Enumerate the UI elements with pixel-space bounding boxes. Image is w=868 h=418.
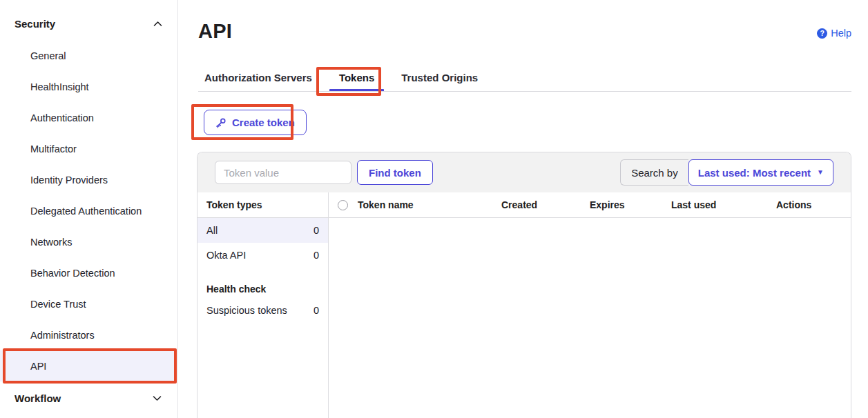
sidebar-item-api[interactable]: API xyxy=(0,350,177,381)
sidebar-item-networks[interactable]: Networks xyxy=(0,226,177,257)
help-icon: ? xyxy=(817,28,827,39)
tab-bar: Authorization Servers Tokens Trusted Ori… xyxy=(195,69,488,92)
help-link[interactable]: ? Help xyxy=(817,28,851,39)
token-type-all[interactable]: All 0 xyxy=(197,218,328,243)
token-types-title: Token types xyxy=(197,192,328,218)
select-all-radio[interactable] xyxy=(338,200,348,210)
sidebar-item-list: General HealthInsight Authentication Mul… xyxy=(0,40,177,381)
tokens-table-header: Token name Created Expires Last used Act… xyxy=(329,192,851,218)
create-token-button[interactable]: Create token xyxy=(204,110,307,135)
help-link-label: Help xyxy=(831,28,851,39)
column-created: Created xyxy=(501,199,590,210)
sidebar-section-security[interactable]: Security xyxy=(0,14,177,33)
find-token-button[interactable]: Find token xyxy=(357,160,433,185)
sidebar-item-identity-providers[interactable]: Identity Providers xyxy=(0,164,177,195)
sidebar: Security General HealthInsight Authentic… xyxy=(0,0,178,418)
token-value-input[interactable] xyxy=(215,161,351,184)
tab-trusted-origins[interactable]: Trusted Origins xyxy=(392,69,488,92)
token-type-suspicious-tokens[interactable]: Suspicious tokens 0 xyxy=(197,298,328,323)
sidebar-item-delegated-authentication[interactable]: Delegated Authentication xyxy=(0,195,177,226)
tokens-panel: Find token Search by Last used: Most rec… xyxy=(197,152,851,418)
tabs-divider xyxy=(198,91,851,92)
column-actions: Actions xyxy=(776,199,851,210)
suspicious-tokens-count: 0 xyxy=(314,305,319,316)
sidebar-section-workflow[interactable]: Workflow xyxy=(0,388,177,408)
sidebar-item-behavior-detection[interactable]: Behavior Detection xyxy=(0,257,177,288)
suspicious-tokens-label: Suspicious tokens xyxy=(206,305,287,316)
sidebar-item-general[interactable]: General xyxy=(0,40,177,71)
search-by-label: Search by xyxy=(620,159,688,186)
token-type-okta-api[interactable]: Okta API 0 xyxy=(197,243,328,268)
create-token-label: Create token xyxy=(232,117,295,128)
token-type-okta-api-count: 0 xyxy=(314,250,319,261)
sidebar-item-healthinsight[interactable]: HealthInsight xyxy=(0,71,177,102)
key-plus-icon xyxy=(215,117,226,128)
column-expires: Expires xyxy=(590,199,671,210)
token-type-all-label: All xyxy=(206,225,218,236)
tokens-panel-body: Token types All 0 Okta API 0 Health chec… xyxy=(197,192,851,418)
sidebar-item-administrators[interactable]: Administrators xyxy=(0,319,177,350)
sidebar-item-device-trust[interactable]: Device Trust xyxy=(0,288,177,319)
sort-dropdown-value: Last used: Most recent xyxy=(698,167,811,179)
sidebar-item-authentication[interactable]: Authentication xyxy=(0,102,177,133)
page-title: API xyxy=(198,20,232,43)
health-check-subheader: Health check xyxy=(197,280,328,298)
tokens-table-body xyxy=(329,218,851,418)
chevron-up-icon[interactable] xyxy=(153,21,162,27)
search-by-group: Search by Last used: Most recent ▼ xyxy=(620,159,833,186)
tokens-toolbar: Find token Search by Last used: Most rec… xyxy=(197,152,851,192)
sidebar-item-multifactor[interactable]: Multifactor xyxy=(0,133,177,164)
tab-tokens[interactable]: Tokens xyxy=(329,69,384,92)
token-types-panel: Token types All 0 Okta API 0 Health chec… xyxy=(197,192,329,418)
column-token-name: Token name xyxy=(358,199,501,210)
token-type-okta-api-label: Okta API xyxy=(206,250,246,261)
sidebar-section-security-label: Security xyxy=(15,18,55,30)
tokens-table: Token name Created Expires Last used Act… xyxy=(329,192,851,418)
token-type-all-count: 0 xyxy=(314,225,319,236)
dropdown-arrow-icon: ▼ xyxy=(817,169,824,176)
chevron-down-icon[interactable] xyxy=(153,395,162,401)
sort-dropdown[interactable]: Last used: Most recent ▼ xyxy=(688,159,833,186)
column-last-used: Last used xyxy=(671,199,776,210)
sidebar-section-workflow-label: Workflow xyxy=(15,392,61,404)
tab-authorization-servers[interactable]: Authorization Servers xyxy=(195,69,322,92)
